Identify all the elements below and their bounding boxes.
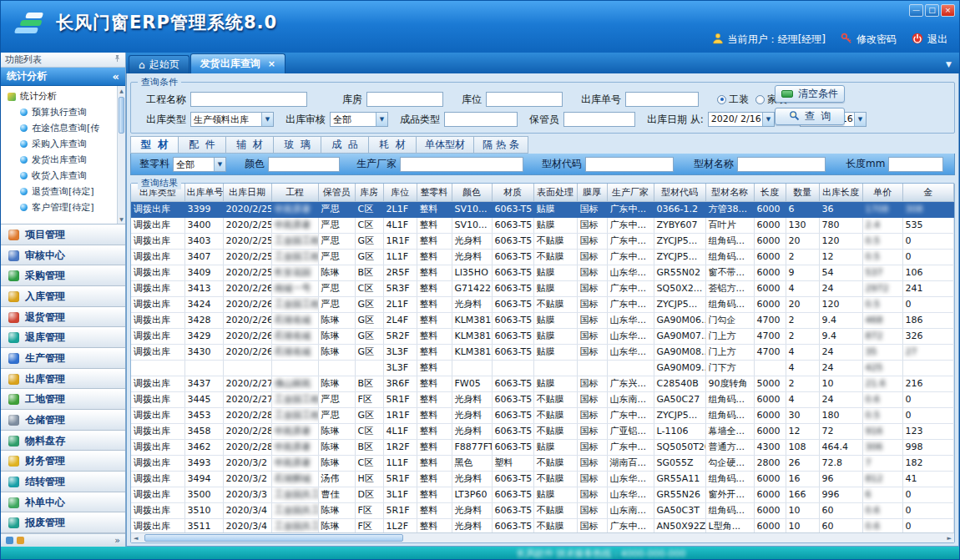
keeper-input[interactable] — [563, 112, 635, 127]
sidebar-section[interactable]: 补单中心 — [1, 492, 125, 513]
table-row[interactable]: 调拨出库34292020/2/26石湖名城陈琳G区5R2F整料KLM381760… — [131, 328, 954, 344]
chevron-down-icon[interactable]: ▼ — [762, 113, 774, 126]
radio-gongzhuang-icon[interactable] — [717, 95, 726, 104]
profile-code-input[interactable] — [585, 157, 674, 172]
tree-item[interactable]: 收货入库查询 — [1, 168, 116, 184]
tab-home[interactable]: ⌂ 起始页 — [129, 55, 189, 73]
column-header[interactable]: 材质 — [492, 184, 533, 201]
tab-shipping-outbound-query[interactable]: 发货出库查询 × — [190, 53, 285, 73]
sidebar-section[interactable]: 入库管理 — [1, 286, 125, 307]
more-icon[interactable]: » — [114, 535, 120, 546]
table-row[interactable]: 3L3F整料GA90M09...门下方424425 — [131, 360, 954, 376]
tree-item[interactable]: 客户管理[待定] — [1, 199, 116, 215]
tree-item[interactable]: 在途信息查询[传 — [1, 120, 116, 136]
material-tab[interactable]: 耗 材 — [368, 136, 416, 154]
column-header[interactable]: 数量 — [786, 184, 819, 201]
tab-list-dropdown-icon[interactable]: ▼ — [946, 60, 952, 68]
outbound-type-select[interactable]: 生产领料出库▼ — [190, 112, 274, 127]
logout-button[interactable]: 退出 — [912, 33, 947, 47]
column-header[interactable]: 长度 — [754, 184, 786, 201]
scroll-down-icon[interactable]: ▼ — [119, 216, 124, 222]
project-name-input[interactable] — [190, 92, 307, 107]
horizontal-scrollbar[interactable]: ◄ ► — [131, 532, 954, 542]
table-row[interactable]: 调拨出库34302020/2/26石湖名城陈琳G区3L3F整料KLM381760… — [131, 344, 954, 360]
material-tab[interactable]: 配 件 — [178, 136, 225, 154]
table-row[interactable]: 调拨出库35002020/3/3工业园共工程曹佳D区3L1F整料LT3P6060… — [131, 487, 954, 502]
tree-item[interactable]: 退货查询[待定] — [1, 184, 116, 199]
table-row[interactable]: 调拨出库34072020/2/25工业园工程严思G区1L1F整料光身料6063-… — [131, 249, 954, 265]
sidebar-section[interactable]: 出库管理 — [1, 369, 125, 390]
sidebar-section[interactable]: 财务管理 — [1, 451, 125, 472]
location-input[interactable] — [486, 92, 563, 107]
table-row[interactable]: 调拨出库35112020/3/4工业园共工程陈琳F区1L2F整料光身料6063-… — [131, 518, 954, 532]
folder-icon[interactable] — [17, 537, 24, 544]
chevron-down-icon[interactable]: ▼ — [376, 113, 387, 126]
sidebar-section[interactable]: 工地管理 — [1, 389, 125, 410]
material-tab[interactable]: 型 材 — [130, 136, 178, 154]
chevron-down-icon[interactable]: ▼ — [854, 113, 866, 126]
profile-name-input[interactable] — [737, 157, 826, 172]
tree-root[interactable]: 统计分析 — [1, 88, 116, 104]
chevron-down-icon[interactable]: ▼ — [214, 158, 225, 171]
table-row[interactable]: 调拨出库34932020/3/2华苑原著陈琳C区1L1F整料黑色塑料不贴膜国标湖… — [131, 455, 954, 471]
tree-item[interactable]: 采购入库查询 — [1, 136, 116, 152]
clear-conditions-button[interactable]: 清空条件 — [775, 85, 845, 103]
color-input[interactable] — [268, 157, 340, 172]
maximize-button[interactable]: □ — [925, 4, 939, 17]
order-no-input[interactable] — [625, 92, 699, 107]
change-password-link[interactable]: 修改密码 — [841, 33, 897, 47]
outbound-audit-select[interactable]: 全部▼ — [330, 112, 388, 127]
sidebar-section[interactable]: 仓储管理 — [1, 410, 125, 431]
column-header[interactable]: 生产厂家 — [607, 184, 654, 201]
sidebar-section[interactable]: 退货管理 — [1, 307, 125, 328]
scroll-up-icon[interactable]: ▲ — [119, 88, 124, 93]
sidebar-section[interactable]: 审核中心 — [1, 245, 125, 266]
sidebar-section[interactable]: 退库管理 — [1, 327, 125, 348]
column-header[interactable]: 型材代码 — [654, 184, 705, 201]
table-row[interactable]: 调拨出库34282020/2/26石湖名城陈琳G区2L4F整料KLM381760… — [131, 312, 954, 328]
table-row[interactable]: 调拨出库34132020/2/26南城一号严思C区5R3F整料G71422606… — [131, 280, 954, 296]
warehouse-input[interactable] — [366, 92, 443, 107]
radio-gongzhuang-label[interactable]: 工装 — [729, 93, 749, 105]
material-tab[interactable]: 隔 热 条 — [473, 136, 528, 154]
date-from-picker[interactable]: 2020/ 2/16▼ — [708, 112, 775, 127]
collapse-icon[interactable]: « — [113, 70, 119, 83]
monitor-icon[interactable] — [6, 537, 13, 544]
table-row[interactable]: 调拨出库34002020/2/25华苑原著严思C区4L1F整料SV10...60… — [131, 217, 954, 233]
tree-scrollbar[interactable]: ▲ ▼ — [117, 86, 125, 224]
table-row[interactable]: 调拨出库34942020/3/2石湖辉城汤伟H区5R1F整料光身料6063-T5… — [131, 471, 954, 487]
column-header[interactable]: 保管员 — [318, 184, 355, 201]
column-header[interactable]: 出库长度 — [819, 184, 862, 201]
column-header[interactable]: 整零料 — [417, 184, 452, 201]
pin-icon[interactable] — [114, 54, 121, 65]
table-row[interactable]: 调拨出库34242020/2/26工业园工程严思G区2L1F整料光身料6063-… — [131, 296, 954, 312]
sidebar-section[interactable]: 结转管理 — [1, 472, 125, 492]
material-tab[interactable]: 单体型材 — [416, 136, 473, 154]
table-row[interactable]: 调拨出库34452020/2/27工业园工程严思F区5R1F整料光身料6063-… — [131, 391, 954, 407]
column-header[interactable]: 库位 — [383, 184, 417, 201]
hscroll-thumb[interactable] — [144, 534, 403, 542]
manufacturer-input[interactable] — [400, 157, 523, 172]
sidebar-section[interactable]: 采购管理 — [1, 265, 125, 286]
sidebar-section[interactable]: 物料盘存 — [1, 431, 125, 452]
table-row[interactable]: 调拨出库34032020/2/25工业园工程严思G区1R1F整料光身料6063-… — [131, 233, 954, 249]
search-button[interactable]: 查 询 — [775, 108, 845, 125]
table-row[interactable]: 调拨出库34092020/2/25长安花园陈琳B区2R5F整料LI35HO606… — [131, 265, 954, 280]
chevron-down-icon[interactable]: ▼ — [261, 113, 273, 126]
material-tab[interactable]: 辅 材 — [225, 136, 273, 154]
whole-piece-select[interactable]: 全部▼ — [173, 157, 226, 172]
column-header[interactable]: 膜厚 — [577, 184, 607, 201]
length-input[interactable] — [888, 157, 943, 172]
material-tab[interactable]: 玻 璃 — [273, 136, 321, 154]
minimize-button[interactable]: — — [909, 4, 923, 17]
column-header[interactable]: 单价 — [862, 184, 902, 201]
column-header[interactable]: 金 — [902, 184, 954, 201]
column-header[interactable]: 库房 — [355, 184, 383, 201]
sidebar-section[interactable]: 生产管理 — [1, 348, 125, 369]
radio-jiazhuang-icon[interactable] — [755, 95, 765, 104]
tree-scroll-thumb[interactable] — [119, 97, 124, 134]
table-row[interactable]: 调拨出库34582020/2/28华苑原著陈琳C区4L1F整料光身料6063-T… — [131, 423, 954, 439]
table-row[interactable]: 调拨出库34372020/2/27佛山丽苑陈琳B区3R6F整料FW056063-… — [131, 376, 954, 391]
column-header[interactable]: 出库单号 — [184, 184, 223, 201]
column-header[interactable]: 工程 — [271, 184, 318, 201]
